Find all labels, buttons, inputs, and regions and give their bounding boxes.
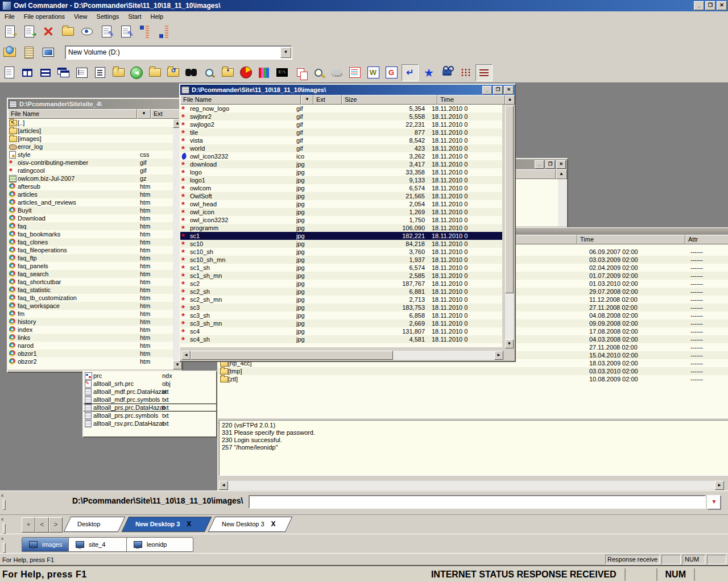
file-row[interactable]: alltoall_mdf.prc.symbolstxt: [84, 396, 216, 404]
create-file-button[interactable]: [117, 23, 134, 40]
column-ext[interactable]: Ext: [151, 109, 182, 119]
menu-file[interactable]: File: [0, 13, 19, 20]
quick-view-button[interactable]: [201, 65, 217, 81]
quick-view-file-button[interactable]: [78, 23, 96, 40]
file-row[interactable]: *sc10_sh_mnjpg1,93718.11.2010 0: [180, 256, 502, 264]
scroll-left-icon[interactable]: ◄: [219, 481, 228, 490]
add-desktop-button[interactable]: +: [22, 517, 35, 533]
file-row[interactable]: *reg_now_logogif5,35418.11.2010 0: [180, 105, 502, 113]
google-button[interactable]: G: [383, 65, 399, 81]
file-row[interactable]: *sc10_shjpg3,76018.11.2010 0: [180, 248, 502, 256]
scroll-right-icon[interactable]: ►: [715, 481, 724, 490]
ftp-log-hscrollbar[interactable]: ◄ ►: [219, 481, 724, 490]
sync-branch-button[interactable]: [156, 23, 173, 40]
desktop-tab[interactable]: Desktop 5X: [67, 517, 122, 532]
file-row[interactable]: *sc2_sh_mnjpg2,71318.11.2010 0: [180, 296, 502, 304]
network-view-button[interactable]: [40, 44, 57, 61]
file-row[interactable]: *vistagif8,54218.11.2010 0: [180, 136, 502, 144]
file-row[interactable]: *worldgif42318.11.2010 0: [180, 144, 502, 152]
move-files-button[interactable]: [20, 23, 38, 40]
left-panel-titlebar[interactable]: D:\Pcommander\Site\site_4\: [8, 99, 182, 109]
compare-folders-button[interactable]: [292, 65, 308, 81]
file-row[interactable]: *ratingcoolgif: [8, 167, 182, 174]
file-row[interactable]: [tmp]03.03.2010 02:00------: [218, 367, 728, 375]
maximize-button[interactable]: ❐: [493, 86, 503, 94]
file-row[interactable]: faq_fileoperationshtm: [8, 246, 182, 254]
file-row[interactable]: faq_ftphtm: [8, 254, 182, 262]
column-size[interactable]: Size: [342, 95, 437, 105]
file-row[interactable]: fmhtm: [8, 310, 182, 318]
file-row[interactable]: *downloadjpg3,41718.11.2010 0: [180, 160, 502, 168]
horizontal-panels-button[interactable]: [38, 65, 53, 81]
vertical-panels-button[interactable]: [19, 65, 35, 81]
desktop-tab[interactable]: New Desktop 3X: [212, 517, 289, 532]
next-desktop-button[interactable]: >: [49, 517, 63, 533]
menu-file-operations[interactable]: File operations: [19, 13, 69, 20]
file-colors-button[interactable]: [256, 65, 272, 81]
vscroll-thumb[interactable]: [505, 106, 514, 293]
menu-start[interactable]: Start: [123, 13, 146, 20]
drive-dropdown-arrow-icon[interactable]: ▼: [280, 47, 291, 58]
file-row[interactable]: historyhtm: [8, 318, 182, 326]
toolbar-handle[interactable]: x: [1, 517, 7, 534]
file-row[interactable]: alltoall_rsv.prc.DataHazattxt: [84, 419, 216, 427]
file-row[interactable]: *sc2jpg187,76718.11.2010 0: [180, 280, 502, 288]
column-file-name[interactable]: File Name: [8, 109, 137, 119]
file-row[interactable]: *sc10jpg84,21818.11.2010 0: [180, 240, 502, 248]
dos-prompt-button[interactable]: [274, 65, 290, 81]
column-attr[interactable]: Attr: [685, 235, 728, 244]
file-row[interactable]: *sc1_shjpg6,57418.11.2010 0: [180, 264, 502, 272]
file-row[interactable]: *owl_headjpg2,05418.11.2010 0: [180, 200, 502, 208]
find-duplicates-button[interactable]: [311, 65, 326, 81]
column-file-name[interactable]: File Name: [180, 95, 301, 105]
column-time[interactable]: Time: [437, 95, 505, 105]
file-row[interactable]: faq_cloneshtm: [8, 238, 182, 246]
file-row[interactable]: *sc2_shjpg6,88118.11.2010 0: [180, 288, 502, 296]
cascade-windows-button[interactable]: [56, 65, 72, 81]
file-row[interactable]: aftersubhtm: [8, 182, 182, 190]
file-row[interactable]: *swjbnr2gif5,55818.11.2010 0: [180, 113, 502, 120]
minimize-button[interactable]: _: [482, 86, 492, 94]
file-row[interactable]: narodhtm: [8, 342, 182, 350]
file-row[interactable]: linkshtm: [8, 334, 182, 342]
command-line-button[interactable]: ↵: [402, 64, 419, 81]
file-row[interactable]: *swjlogo2gif22,23118.11.2010 0: [180, 120, 502, 128]
close-tab-icon[interactable]: X: [271, 520, 276, 528]
copy-files-button[interactable]: [1, 23, 18, 40]
command-history-dropdown[interactable]: ▼: [707, 495, 721, 510]
file-row[interactable]: *logo1jpg9,13318.11.2010 0: [180, 176, 502, 184]
file-row[interactable]: *owl_icon3232jpg1,75018.11.2010 0: [180, 216, 502, 224]
toolbar-handle[interactable]: x: [1, 536, 7, 553]
file-row[interactable]: faq_searchhtm: [8, 270, 182, 278]
file-row[interactable]: faq_tb_customizationhtm: [8, 294, 182, 302]
favorites-button[interactable]: ★: [421, 65, 437, 81]
file-row[interactable]: *logojpg33,35818.11.2010 0: [180, 168, 502, 176]
scroll-right-icon[interactable]: ►: [494, 351, 503, 360]
find-in-files-button[interactable]: [220, 65, 235, 81]
menu-help[interactable]: Help: [146, 13, 168, 20]
file-row[interactable]: *sc3_shjpg6,85818.11.2010 0: [180, 311, 502, 319]
file-row[interactable]: owlcom.biz-Jul-2007gz: [8, 174, 182, 182]
file-row[interactable]: Downloadhtm: [8, 214, 182, 222]
tree-view-button[interactable]: [74, 65, 90, 81]
refresh-folder-button[interactable]: [165, 65, 181, 81]
find-files-button[interactable]: [183, 65, 199, 81]
close-button[interactable]: ✕: [556, 160, 566, 169]
file-row[interactable]: *tilegif87718.11.2010 0: [180, 128, 502, 136]
word-button[interactable]: W: [365, 65, 381, 81]
file-row[interactable]: faq_shortcutbarhtm: [8, 278, 182, 286]
session-tab-site_4[interactable]: site_4: [68, 537, 134, 552]
hscroll-thumb[interactable]: [191, 351, 393, 360]
parent-folder-button[interactable]: [110, 65, 126, 81]
minimize-button[interactable]: _: [694, 1, 704, 10]
file-row[interactable]: error_log: [8, 143, 182, 151]
menu-settings[interactable]: Settings: [92, 13, 124, 20]
scroll-up-icon[interactable]: ▲: [556, 169, 567, 179]
drive-selector[interactable]: New Volume (D:) ▼: [65, 45, 292, 60]
file-row[interactable]: *sc4_shjpg4,58118.11.2010 0: [180, 335, 502, 343]
file-row[interactable]: stylecss: [8, 151, 182, 159]
file-row[interactable]: obzor1htm: [8, 350, 182, 357]
close-button[interactable]: ✕: [504, 86, 514, 94]
session-tab-leonidp[interactable]: leonidp: [126, 537, 193, 552]
column-ext[interactable]: Ext: [313, 95, 342, 105]
